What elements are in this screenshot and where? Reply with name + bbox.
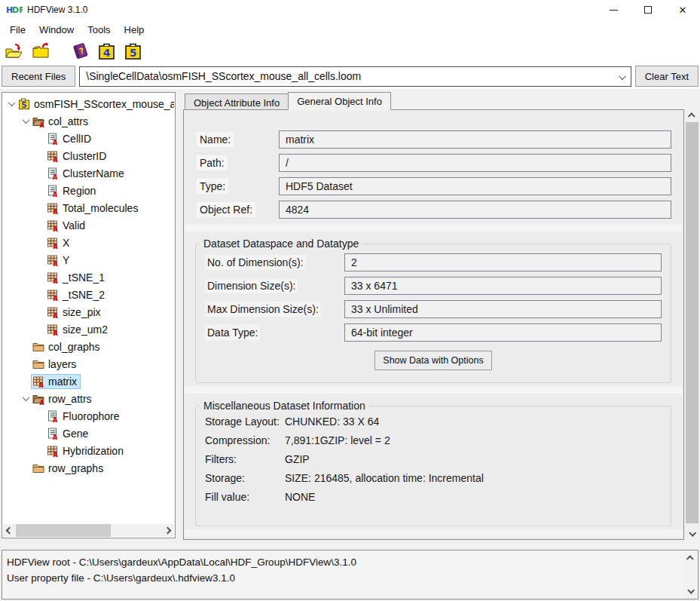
numeric-dataset-icon [47, 219, 59, 232]
chevron-down-icon[interactable] [6, 98, 17, 109]
chevron-spacer [35, 323, 46, 335]
file-path-value: \SingleCellData\osmFISH_SScortex_mouse_a… [86, 70, 361, 82]
chevron-spacer [20, 462, 32, 474]
scroll-up-arrow-icon[interactable] [686, 109, 698, 122]
hdf5-file-icon [18, 98, 30, 110]
group-attr-icon [32, 115, 44, 127]
tree-item-row-attrs[interactable]: row_attrs [3, 390, 174, 407]
file-tree-panel: osmFISH_SScortex_mouse_all_cells.loom co… [2, 92, 176, 538]
dimensions-count-label: No. of Dimension(s): [205, 255, 306, 270]
chevron-spacer [35, 185, 46, 196]
tree-item-tsne-2[interactable]: _tSNE_2 [3, 286, 174, 303]
tab-object-attribute-info[interactable]: Object Attribute Info [185, 94, 289, 110]
minimize-button[interactable] [596, 0, 631, 20]
tree-item-size-pix[interactable]: size_pix [3, 303, 174, 320]
storage-row: Storage: SIZE: 216485, allocation time: … [205, 472, 662, 484]
tree-item-total-molecules[interactable]: Total_molecules [3, 199, 174, 216]
tree-item-tsne-1[interactable]: _tSNE_1 [3, 268, 174, 286]
tree-item-matrix[interactable]: matrix [3, 373, 174, 390]
file-path-combobox[interactable]: \SingleCellData\osmFISH_SScortex_mouse_a… [79, 66, 631, 87]
separator [185, 529, 683, 537]
compression-label: Compression: [205, 434, 285, 446]
data-type-field[interactable]: 64-bit integer [344, 323, 662, 342]
tab-general-object-info[interactable]: General Object Info [288, 92, 391, 110]
tree-item-size-um2[interactable]: size_um2 [3, 320, 174, 338]
path-field[interactable]: / [279, 154, 671, 172]
close-file-button[interactable] [31, 42, 50, 60]
separator [185, 224, 683, 232]
tree-item-region[interactable]: Region [3, 182, 174, 199]
tree-item-cellid[interactable]: CellID [3, 130, 174, 147]
tree-item-layers[interactable]: layers [3, 355, 174, 373]
toolbar [0, 39, 700, 63]
menu-window[interactable]: Window [32, 22, 81, 38]
path-field-row: Path: / [197, 154, 671, 172]
chevron-spacer [35, 445, 46, 456]
menu-file[interactable]: File [3, 22, 32, 38]
dimension-size-field[interactable]: 33 x 6471 [344, 277, 662, 295]
tree-item-root-file[interactable]: osmFISH_SScortex_mouse_all_cells.loom [3, 95, 174, 112]
status-log: HDFView root - C:\Users\gardeux\AppData\… [2, 550, 698, 599]
tree-item-clusterid[interactable]: ClusterID [3, 147, 174, 164]
object-ref-field-row: Object Ref: 4824 [197, 201, 671, 219]
dimension-size-label: Dimension Size(s): [205, 278, 298, 293]
misc-info-groupbox: Miscellaneous Dataset Information Storag… [195, 406, 671, 526]
show-data-with-options-button[interactable]: Show Data with Options [374, 351, 491, 370]
maximize-icon [644, 6, 652, 14]
scroll-up-arrow-icon[interactable] [684, 552, 697, 565]
help-button[interactable] [71, 42, 90, 60]
tree-item-col-graphs[interactable]: col_graphs [3, 338, 174, 355]
chevron-down-icon[interactable] [20, 115, 32, 127]
log-vertical-scrollbar[interactable] [684, 551, 697, 598]
tree-item-col-attrs[interactable]: col_attrs [3, 112, 174, 130]
close-button[interactable]: ✕ [665, 0, 700, 20]
tree-horizontal-scrollbar[interactable] [3, 524, 174, 537]
numeric-dataset-icon [47, 237, 59, 249]
dimension-size-row: Dimension Size(s): 33 x 6471 [205, 277, 662, 295]
hdf5-library-button[interactable] [124, 42, 143, 60]
menu-help[interactable]: Help [118, 22, 151, 38]
chevron-spacer [35, 271, 46, 283]
chevron-spacer [20, 358, 32, 369]
fill-value-row: Fill value: NONE [205, 491, 662, 503]
name-field[interactable]: matrix [279, 130, 671, 149]
tree-item-hybridization[interactable]: Hybridization [3, 442, 174, 459]
folder-icon [32, 341, 44, 353]
scrollbar-thumb[interactable] [16, 524, 111, 537]
name-label: Name: [197, 132, 234, 147]
menu-tools[interactable]: Tools [81, 22, 117, 38]
object-ref-field[interactable]: 4824 [279, 201, 671, 219]
info-vertical-scrollbar[interactable] [686, 109, 698, 540]
scroll-left-arrow-icon[interactable] [3, 524, 16, 537]
clear-text-button[interactable]: Clear Text [635, 66, 698, 87]
tree-item-x[interactable]: X [3, 234, 174, 251]
menu-bar: File Window Tools Help [0, 20, 700, 39]
general-object-info-content: Name: matrix Path: / Type: HDF5 Dataset … [183, 109, 684, 540]
object-ref-label: Object Ref: [197, 202, 255, 217]
maximize-button[interactable] [631, 0, 665, 20]
hdf4-library-button[interactable] [97, 42, 117, 60]
tree-item-fluorophore[interactable]: Fluorophore [3, 407, 174, 425]
chevron-spacer [20, 376, 32, 387]
tree-item-y[interactable]: Y [3, 251, 174, 268]
tree-item-valid[interactable]: Valid [3, 216, 174, 234]
tree-item-gene[interactable]: Gene [3, 425, 174, 442]
chevron-down-icon[interactable] [619, 72, 626, 80]
recent-files-button[interactable]: Recent Files [2, 66, 75, 87]
help-book-icon [71, 42, 90, 60]
chevron-down-icon[interactable] [20, 393, 32, 404]
open-file-button[interactable] [5, 42, 24, 60]
scroll-down-arrow-icon[interactable] [684, 584, 697, 597]
scroll-down-arrow-icon[interactable] [686, 527, 698, 540]
type-field[interactable]: HDF5 Dataset [279, 177, 671, 195]
file-tree: osmFISH_SScortex_mouse_all_cells.loom co… [3, 95, 174, 524]
dimensions-count-field[interactable]: 2 [344, 253, 662, 271]
path-label: Path: [197, 155, 228, 170]
scrollbar-thumb[interactable] [686, 122, 698, 523]
minimize-icon [610, 10, 618, 11]
tree-item-row-graphs[interactable]: row_graphs [3, 459, 174, 477]
scroll-right-arrow-icon[interactable] [161, 524, 174, 537]
title-bar: HDFView 3.1.0 ✕ [0, 0, 700, 20]
tree-item-clustername[interactable]: ClusterName [3, 164, 174, 182]
max-dimension-size-field[interactable]: 33 x Unlimited [344, 300, 662, 318]
